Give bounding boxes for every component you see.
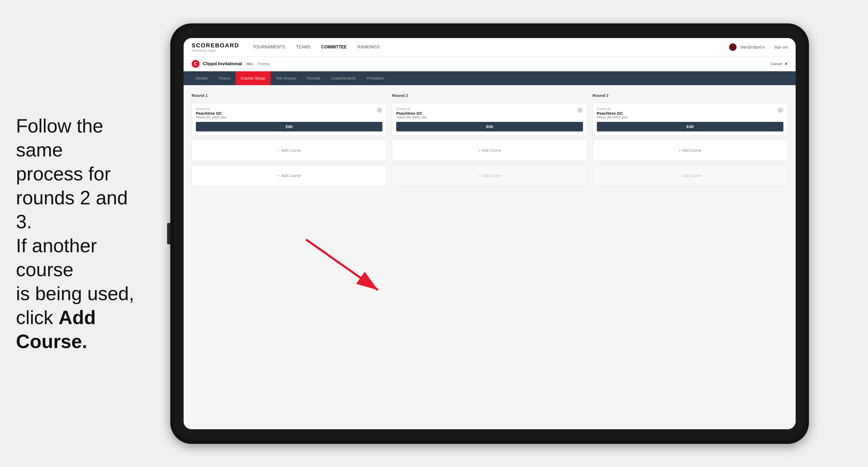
- course-name: Peachtree GC: [196, 111, 227, 116]
- nav-tournaments[interactable]: TOURNAMENTS: [252, 43, 285, 51]
- tab-course-setup[interactable]: Course Setup: [236, 71, 271, 85]
- tournament-name: Clippd Invitational: [203, 61, 242, 66]
- instruction-text-line6: click: [16, 307, 59, 328]
- course-details: Yellow (M) (6629 yds): [196, 116, 227, 119]
- cancel-x-icon: ✕: [784, 62, 788, 66]
- instruction-text-line1: Follow the same: [16, 115, 103, 160]
- instruction-text-line4: If another course: [16, 235, 97, 280]
- plus-icon: +: [278, 174, 280, 178]
- course-name: Peachtree GC: [597, 111, 628, 116]
- tablet-shell: SCOREBOARD Powered by clippd TOURNAMENTS…: [170, 23, 809, 444]
- round-2-course-card-0: (Course A) Peachtree GC Yellow (M) (6629…: [392, 103, 587, 136]
- instruction-text-line5: is being used,: [16, 283, 134, 304]
- plus-icon: +: [278, 148, 280, 153]
- tabs-bar: Details Teams Course Setup Tee Groups Re…: [184, 71, 796, 85]
- remove-course-button[interactable]: ○: [577, 107, 583, 113]
- remove-course-button[interactable]: ○: [376, 107, 382, 113]
- instruction-text-line2: process for: [16, 163, 111, 184]
- round-2-column: Round 2 (Course A) Peachtree GC Yellow (…: [392, 93, 587, 186]
- nav-links: TOURNAMENTS TEAMS COMMITTEE RANKINGS: [252, 43, 729, 51]
- tablet-screen: SCOREBOARD Powered by clippd TOURNAMENTS…: [184, 38, 796, 429]
- add-course-slot-1-2[interactable]: + Add Course: [192, 165, 386, 186]
- edit-course-button[interactable]: Edit: [196, 122, 382, 131]
- course-name: Peachtree GC: [396, 111, 427, 116]
- round-3-label: Round 3: [593, 93, 788, 98]
- course-card-header: (Course A) Peachtree GC Yellow (M) (6629…: [396, 107, 583, 119]
- instruction-text-line3: rounds 2 and 3.: [16, 187, 128, 232]
- instruction-panel: Follow the same process for rounds 2 and…: [0, 103, 165, 364]
- course-details: Yellow (M) (6629 yds): [597, 116, 628, 119]
- tab-printables[interactable]: Printables: [361, 71, 390, 85]
- main-content: Round 1 (Course A) Peachtree GC Yellow (…: [184, 85, 796, 429]
- logo-text: SCOREBOARD: [192, 42, 239, 49]
- tab-tee-groups[interactable]: Tee Groups: [271, 71, 302, 85]
- round-1-column: Round 1 (Course A) Peachtree GC Yellow (…: [192, 93, 386, 186]
- tournament-badge: Men: [245, 62, 254, 66]
- tab-leaderboards[interactable]: Leaderboards: [326, 71, 361, 85]
- add-course-slot-3-1[interactable]: + Add Course: [593, 140, 788, 161]
- plus-icon: +: [678, 148, 680, 153]
- remove-course-button[interactable]: ○: [778, 107, 783, 113]
- nav-teams[interactable]: TEAMS: [296, 43, 311, 51]
- course-tag: (Course A): [196, 107, 227, 111]
- edit-course-button[interactable]: Edit: [597, 122, 783, 131]
- cancel-button[interactable]: Cancel ✕: [771, 62, 788, 66]
- top-nav: SCOREBOARD Powered by clippd TOURNAMENTS…: [184, 38, 796, 57]
- tab-teams[interactable]: Teams: [213, 71, 236, 85]
- course-tag: (Course A): [597, 107, 628, 111]
- avatar: [729, 43, 737, 51]
- course-details: Yellow (M) (6629 yds): [396, 116, 427, 119]
- round-3-column: Round 3 (Course A) Peachtree GC Yellow (…: [593, 93, 788, 186]
- plus-icon: +: [678, 174, 680, 178]
- course-card-header: (Course A) Peachtree GC Yellow (M) (6629…: [196, 107, 382, 119]
- plus-icon: +: [478, 148, 480, 153]
- add-course-slot-2-1[interactable]: + Add Course: [392, 140, 587, 161]
- tournament-logo: C: [192, 60, 199, 68]
- tab-results[interactable]: Results: [302, 71, 326, 85]
- round-1-course-card-0: (Course A) Peachtree GC Yellow (M) (6629…: [192, 103, 386, 136]
- course-card-header: (Course A) Peachtree GC Yellow (M) (6629…: [597, 107, 783, 119]
- round-1-label: Round 1: [192, 93, 386, 98]
- add-course-slot-3-2[interactable]: + Add Course: [593, 165, 788, 186]
- plus-icon: +: [478, 174, 480, 178]
- sign-out-link[interactable]: Sign out: [774, 45, 788, 49]
- course-tag: (Course A): [396, 107, 427, 111]
- round-2-label: Round 2: [392, 93, 587, 98]
- nav-committee[interactable]: COMMITTEE: [321, 43, 347, 51]
- tab-details[interactable]: Details: [190, 71, 213, 85]
- nav-rankings[interactable]: RANKINGS: [358, 43, 380, 51]
- logo-area: SCOREBOARD Powered by clippd: [192, 42, 239, 52]
- add-course-slot-1-1[interactable]: + Add Course: [192, 140, 386, 161]
- user-email: blair@clippd.io: [741, 45, 765, 49]
- add-course-slot-2-2[interactable]: + Add Course: [392, 165, 587, 186]
- hosting-badge: Hosting: [258, 62, 270, 66]
- rounds-grid: Round 1 (Course A) Peachtree GC Yellow (…: [192, 93, 788, 186]
- tournament-bar: C Clippd Invitational Men Hosting Cancel…: [184, 57, 796, 71]
- logo-sub: Powered by clippd: [192, 49, 239, 52]
- nav-right: blair@clippd.io | Sign out: [729, 43, 788, 51]
- edit-course-button[interactable]: Edit: [396, 122, 583, 131]
- round-3-course-card-0: (Course A) Peachtree GC Yellow (M) (6629…: [593, 103, 788, 136]
